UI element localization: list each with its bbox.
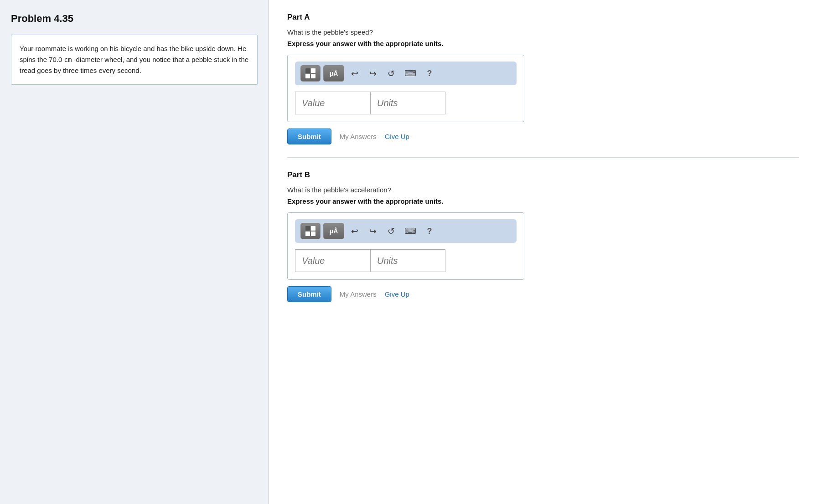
grid-cell-b1	[305, 226, 310, 231]
part-a-give-up-link[interactable]: Give Up	[385, 133, 409, 140]
part-a-keyboard-button[interactable]: ⌨	[402, 66, 419, 81]
grid-cell-b2	[311, 226, 315, 231]
part-b-express: Express your answer with the appropriate…	[287, 197, 799, 205]
part-a-submit-button[interactable]: Submit	[287, 129, 331, 144]
part-b-give-up-link[interactable]: Give Up	[385, 290, 409, 298]
part-b-symbol-button[interactable]: μÅ	[323, 223, 344, 239]
part-b-submit-button[interactable]: Submit	[287, 286, 331, 302]
problem-text: Your roommate is working on his bicycle …	[20, 45, 248, 74]
part-a-question: What is the pebble's speed?	[287, 28, 799, 36]
part-a-value-input[interactable]	[295, 92, 370, 114]
grid-cell-3	[305, 74, 310, 78]
part-b-reset-button[interactable]: ↺	[383, 223, 399, 239]
part-b-section: Part B What is the pebble's acceleration…	[287, 158, 799, 315]
part-a-express: Express your answer with the appropriate…	[287, 40, 799, 47]
part-b-answer-box: μÅ ↩ ↪ ↺ ⌨ ?	[287, 212, 524, 280]
problem-text-box: Your roommate is working on his bicycle …	[11, 35, 258, 85]
part-a-undo-button[interactable]: ↩	[347, 66, 362, 81]
part-b-my-answers: My Answers	[340, 290, 377, 298]
part-a-label: Part A	[287, 13, 799, 22]
left-panel: Problem 4.35 Your roommate is working on…	[0, 0, 269, 504]
grid-icon	[305, 68, 315, 78]
part-a-action-row: Submit My Answers Give Up	[287, 129, 799, 144]
part-a-section: Part A What is the pebble's speed? Expre…	[287, 0, 799, 158]
keyboard-icon-b: ⌨	[404, 226, 416, 236]
keyboard-icon: ⌨	[404, 68, 416, 78]
grid-cell-1	[305, 68, 310, 73]
part-b-input-row	[295, 249, 517, 272]
grid-cell-2	[311, 68, 315, 73]
part-a-palette-button[interactable]	[300, 65, 321, 82]
part-b-units-input[interactable]	[370, 249, 445, 272]
right-panel: Part A What is the pebble's speed? Expre…	[269, 0, 817, 504]
problem-title: Problem 4.35	[11, 13, 258, 25]
part-a-answer-box: μÅ ↩ ↪ ↺ ⌨ ?	[287, 55, 524, 122]
grid-cell-b3	[305, 231, 310, 236]
part-a-reset-button[interactable]: ↺	[383, 66, 399, 81]
part-b-redo-button[interactable]: ↪	[365, 223, 381, 239]
part-b-undo-button[interactable]: ↩	[347, 223, 362, 239]
part-a-symbol-button[interactable]: μÅ	[323, 65, 344, 82]
part-a-help-button[interactable]: ?	[422, 66, 437, 81]
part-b-palette-button[interactable]	[300, 223, 321, 239]
part-b-toolbar: μÅ ↩ ↪ ↺ ⌨ ?	[295, 219, 517, 243]
part-a-toolbar: μÅ ↩ ↪ ↺ ⌨ ?	[295, 62, 517, 85]
part-a-input-row	[295, 92, 517, 114]
part-b-action-row: Submit My Answers Give Up	[287, 286, 799, 302]
part-a-my-answers: My Answers	[340, 133, 377, 140]
unit-label: cm	[64, 56, 72, 63]
part-a-units-input[interactable]	[370, 92, 445, 114]
grid-cell-4	[311, 74, 315, 78]
part-b-question: What is the pebble's acceleration?	[287, 186, 799, 194]
grid-icon-b	[305, 226, 315, 236]
part-a-redo-button[interactable]: ↪	[365, 66, 381, 81]
part-b-keyboard-button[interactable]: ⌨	[402, 223, 419, 239]
part-b-label: Part B	[287, 170, 799, 180]
part-b-value-input[interactable]	[295, 249, 370, 272]
grid-cell-b4	[311, 231, 315, 236]
part-b-help-button[interactable]: ?	[422, 223, 437, 239]
